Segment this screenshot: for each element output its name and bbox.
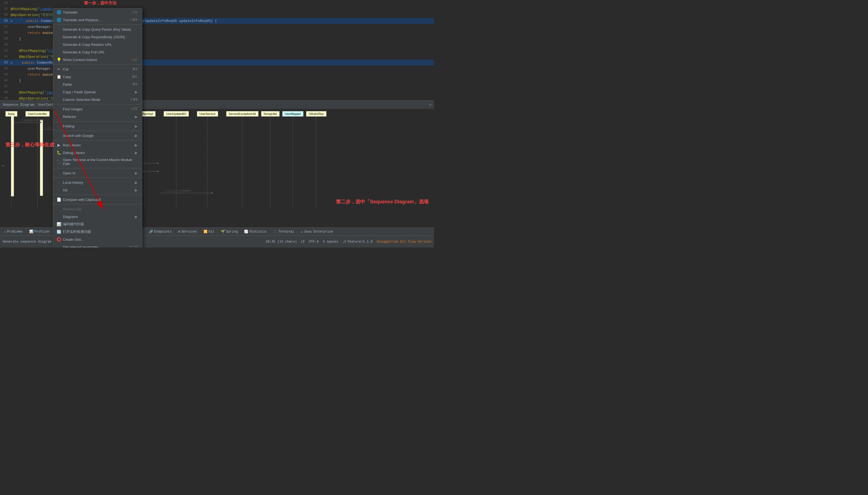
refactor-icon [56, 114, 61, 119]
java-enterprise-icon: ☕ [301, 229, 303, 234]
menu-item-cut[interactable]: ✂ Cut ⌘X [53, 65, 142, 73]
menu-git-label: Git [63, 188, 68, 192]
menu-restore-sql-label: Restore Sql [63, 207, 81, 211]
lifeline-serviceexceptionutil [242, 117, 243, 209]
menu-item-local-history[interactable]: Local History ▶ [53, 178, 142, 186]
debug-maven-arrow: ▶ [135, 151, 138, 155]
tab-problems[interactable]: ⚠ Problems [1, 229, 25, 235]
tab-java-enterprise[interactable]: ☕ Java Enterprise [298, 229, 336, 235]
menu-item-gen-query[interactable]: Generate & Copy Query Param (Key Value) [53, 25, 142, 33]
open-in-arrow: ▶ [135, 171, 138, 175]
find-usages-icon [56, 106, 61, 112]
spring-label: Spring [226, 230, 237, 234]
menu-copy-label: Copy [63, 75, 71, 79]
actor-oauth2rpc: OAuth2Rpc [306, 111, 326, 209]
cut-shortcut: ⌘X [132, 67, 138, 71]
menu-gen-body-label: Generate & Copy RequestBody (JSON) [63, 35, 125, 39]
branch-indicator[interactable]: ⎇ feature/1.1.0 [342, 240, 373, 244]
tab-git[interactable]: 🔀 Git [201, 229, 217, 235]
separator-2 [53, 64, 142, 65]
branch-name: feature/1.1.0 [347, 240, 373, 244]
separator-4 [53, 121, 142, 121]
menu-find-usages-label: Find Usages [63, 107, 83, 111]
tab-statistic[interactable]: 📈 Statistic [242, 229, 269, 235]
menu-item-gen-full[interactable]: Generate & Copy Full URL [53, 48, 142, 56]
menu-item-translate-replace[interactable]: 🌐 Translate and Replace... ⇧⌘X [53, 16, 142, 23]
menu-item-compare-clipboard[interactable]: 📄 Compare with Clipboard [53, 196, 142, 203]
menu-item-paste[interactable]: Paste ⌘V [53, 81, 142, 88]
branch-icon: ⎇ [342, 240, 346, 244]
menu-item-translate[interactable]: 🌐 Translate ⌥U [53, 8, 142, 16]
translate-icon: 🌐 [56, 10, 61, 15]
menu-item-open-in[interactable]: Open In ▶ [53, 169, 142, 177]
menu-get-examples-label: Get relevant examples [63, 245, 98, 248]
menu-item-create-gist[interactable]: ⭕ Create Gist... [53, 236, 142, 243]
menu-item-column-select[interactable]: Column Selection Mode ⇧⌘8 [53, 96, 142, 103]
menu-item-open-terminal[interactable]: ⬛ Open Terminal at the Current Maven Mod… [53, 156, 142, 167]
menu-item-folding[interactable]: Folding ▶ [53, 122, 142, 130]
tab-terminal[interactable]: ⬛ Terminal [271, 229, 297, 235]
menu-diagrams-label: Diagrams [63, 215, 78, 219]
show-context-shortcut: ⌥↩ [131, 58, 138, 62]
gen-body-icon [56, 34, 61, 39]
endpoints-icon: 🔗 [149, 229, 153, 234]
menu-item-diagrams[interactable]: Diagrams ▶ [53, 213, 142, 220]
terminal-icon: ⬛ [273, 229, 278, 234]
menu-item-find-usages[interactable]: Find Usages ⌥F7 [53, 105, 142, 113]
separator-10 [53, 204, 142, 204]
menu-item-copy[interactable]: 📋 Copy ⌘C [53, 73, 142, 81]
separator-7 [53, 168, 142, 168]
menu-item-search-google[interactable]: Search with Google ▶ [53, 132, 142, 139]
tab-services[interactable]: ⚙ Services [176, 229, 200, 235]
menu-item-git[interactable]: Git ▶ [53, 186, 142, 194]
lifeline-userservice [207, 117, 208, 209]
menu-local-history-label: Local History [63, 181, 83, 185]
tab-profiler[interactable]: 📊 Profiler [26, 229, 53, 235]
lifeline-userupdatebo [176, 117, 176, 209]
cut-icon: ✂ [56, 67, 61, 72]
menu-item-code-scan[interactable]: 📊 编码规约扫描 [53, 220, 142, 228]
gear-icon[interactable]: ⚙ [429, 103, 431, 107]
translate-replace-icon: 🌐 [56, 17, 61, 22]
tab-endpoints[interactable]: 🔗 Endpoints [146, 229, 175, 235]
lifeline-usercontroller [37, 117, 38, 209]
menu-item-gen-body[interactable]: Generate & Copy RequestBody (JSON) [53, 33, 142, 41]
menu-refactor-label: Refactor [63, 115, 76, 119]
run-maven-icon: ▶ [56, 142, 61, 148]
problems-icon: ⚠ [4, 229, 6, 234]
menu-item-run-maven[interactable]: ▶ Run Maven ▶ [53, 141, 142, 149]
refactor-arrow: ▶ [135, 115, 138, 119]
menu-item-gen-relation[interactable]: Generate & Copy Relation URL [53, 41, 142, 48]
copy-shortcut: ⌘C [132, 75, 138, 79]
left-nav[interactable]: ‹ [0, 164, 6, 169]
menu-item-realtime-detect[interactable]: 🔄 打开实时检测功能 [53, 228, 142, 236]
menu-paste-label: Paste [63, 82, 72, 86]
code-line-33: 33 [0, 0, 434, 6]
profiler-label: Profiler [34, 230, 50, 234]
menu-item-refactor[interactable]: Refactor ▶ [53, 113, 142, 120]
menu-show-context-label: Show Context Actions [63, 58, 97, 62]
menu-item-show-context[interactable]: 💡 Show Context Actions ⌥↩ [53, 56, 142, 64]
realtime-detect-icon: 🔄 [56, 229, 61, 234]
local-history-icon [56, 180, 61, 185]
seq-diagram-title: Sequence Diagram: [3, 103, 36, 107]
menu-item-debug-maven[interactable]: 🐛 Debug Maven ▶ [53, 149, 142, 156]
debug-maven-icon: 🐛 [56, 150, 61, 155]
actor-box-stringutils: StringUtils [261, 111, 280, 117]
context-menu: 🌐 Translate ⌥U 🌐 Translate and Replace..… [53, 8, 142, 248]
warning-message: Unsupported Git Flow Version [376, 240, 431, 244]
step2-annotation: 第二步，选中「Sequence Diagram」选项 [336, 199, 429, 205]
actor-box-usermapper: UserMapper [282, 111, 304, 117]
diagrams-icon [56, 214, 61, 219]
menu-item-get-examples[interactable]: Get relevant examples ⌥⌃O [53, 243, 142, 248]
menu-column-select-label: Column Selection Mode [63, 98, 100, 102]
menu-item-copy-paste-special[interactable]: Copy / Paste Special ▶ [53, 88, 142, 96]
actor-box-serviceexceptionutil: ServiceExceptionUtil [226, 111, 259, 117]
menu-run-maven-label: Run Maven [63, 143, 81, 147]
endpoints-label: Endpoints [154, 230, 172, 234]
git-icon [56, 188, 61, 192]
actor-usermapper: UserMapper [282, 111, 304, 209]
menu-open-terminal-label: Open Terminal at the Current Maven Modul… [63, 158, 138, 166]
tab-spring[interactable]: 🌱 Spring [218, 229, 240, 235]
folding-icon [56, 124, 61, 129]
